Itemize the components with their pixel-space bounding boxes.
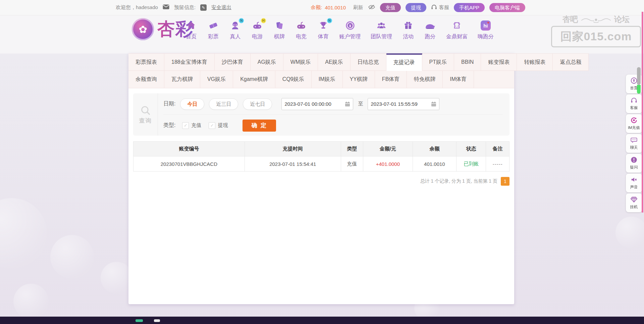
nav-item-account[interactable]: ¥ 账户管理 (339, 19, 361, 40)
sidebar-item-sound[interactable]: 声音 (626, 174, 642, 192)
coin-icon: ¥ (344, 19, 356, 32)
cell-c-id: 20230701VBBGHJCACD (133, 156, 245, 172)
tab-FB体育[interactable]: FB体育 (375, 71, 407, 88)
decor-ball (50, 235, 94, 279)
question-icon (630, 156, 638, 164)
tab-PT娱乐[interactable]: PT娱乐 (422, 53, 454, 71)
nav-item-egames[interactable]: H 电游 (251, 19, 263, 40)
pagination: 总计 1 个记录, 分为 1 页, 当前第 1 页 1 (420, 177, 509, 186)
edit-icon[interactable]: ✎ (200, 4, 207, 11)
sidebar-item-service[interactable]: 客服 (626, 94, 642, 113)
tab-返点总额[interactable]: 返点总额 (553, 53, 589, 71)
reserved-info-label: 预留信息: (174, 4, 196, 11)
tabs-row-2: 余额查询瓦力棋牌VG娱乐Kgame棋牌CQ9娱乐IM娱乐YY棋牌FB体育特免棋牌… (128, 71, 514, 88)
calendar-icon (431, 101, 436, 107)
refresh-link[interactable]: 刷新 (353, 4, 363, 11)
tab-账变报表[interactable]: 账变报表 (481, 53, 517, 71)
type-checkbox-提现[interactable]: ✓提现 (209, 122, 228, 129)
checkbox-icon[interactable]: ✓ (209, 122, 215, 129)
service-link[interactable]: 客服 (439, 4, 449, 11)
range-separator: 至 (358, 101, 363, 107)
nav-item-hipaofen[interactable]: hi 嗨跑分 (478, 19, 494, 40)
eye-slash-icon[interactable] (368, 4, 375, 11)
type-checkbox-充值[interactable]: ✓充值 (182, 122, 201, 129)
nav-item-team[interactable]: 团队管理 (371, 19, 392, 40)
tab-Kgame棋牌[interactable]: Kgame棋牌 (233, 71, 275, 88)
withdraw-button[interactable]: 提现 (406, 3, 426, 12)
logout-link[interactable]: 安全退出 (211, 4, 231, 11)
pagination-current-page[interactable]: 1 (501, 177, 509, 186)
home-top-icon (630, 77, 638, 84)
nav-item-sports[interactable]: N 体育 (317, 19, 329, 40)
sidebar-item-question[interactable]: 疑问 (626, 154, 642, 173)
column-header-金额/元: 金额/元 (363, 142, 413, 156)
mobile-app-button[interactable]: 手机APP (454, 3, 485, 12)
sidebar-item-chat[interactable]: 聊天 (626, 134, 642, 153)
cards-icon (273, 19, 285, 32)
date-preset-近七日[interactable]: 近七日 (243, 98, 272, 110)
rhino-icon (424, 19, 436, 32)
tab-瓦力棋牌[interactable]: 瓦力棋牌 (164, 71, 200, 88)
cell-c-time: 2023-07-01 15:54:41 (245, 156, 341, 172)
main-nav: 首页 彩票 N 真人 H 电游 棋牌 电竞 N (185, 19, 494, 40)
tab-WM娱乐[interactable]: WM娱乐 (283, 53, 318, 71)
chat-icon (630, 136, 638, 144)
badge-n: N (327, 18, 332, 23)
nav-item-cards[interactable]: 棋牌 (273, 19, 285, 40)
type-option-label: 充值 (191, 122, 201, 129)
trophy-icon: N (317, 19, 329, 32)
watermark: 杏吧 论坛 回家015.com (551, 14, 641, 47)
hi-app-icon: hi (480, 19, 492, 32)
tab-VG娱乐[interactable]: VG娱乐 (200, 71, 233, 88)
tab-BBIN[interactable]: BBIN (454, 53, 481, 71)
pc-client-button[interactable]: 电脑客户端 (489, 3, 525, 12)
type-option-label: 提现 (218, 122, 228, 129)
filter-panel: 查询 日期: 今日近三日近七日 2023-07-01 00:00:00 至 20… (133, 93, 509, 136)
team-icon (375, 19, 387, 32)
submit-button[interactable]: 确 定 (243, 120, 276, 132)
nav-item-home[interactable]: 首页 (185, 19, 197, 40)
mail-icon[interactable] (163, 4, 169, 11)
tab-CQ9娱乐[interactable]: CQ9娱乐 (275, 71, 312, 88)
table-row: 20230701VBBGHJCACD2023-07-01 15:54:41充值+… (133, 156, 509, 172)
tab-沙巴体育[interactable]: 沙巴体育 (215, 53, 251, 71)
tab-日结总览[interactable]: 日结总览 (351, 53, 386, 71)
topbar: 欢迎您，hadesado 预留信息: ✎ 安全退出 余额: 401.0010 刷… (0, 0, 644, 15)
balance-value: 401.0010 (325, 5, 346, 10)
date-preset-近三日[interactable]: 近三日 (209, 98, 238, 110)
nav-item-esports[interactable]: 电竞 (295, 19, 307, 40)
decor-ball (615, 217, 644, 248)
nav-item-jinding[interactable]: 金鼎财富 (446, 19, 468, 40)
column-header-类型: 类型 (341, 142, 363, 156)
tab-IM体育[interactable]: IM体育 (443, 71, 474, 88)
quick-sidebar: 首页 客服 IM充值 聊天 疑问 声音 挂机 (626, 75, 642, 212)
tab-充提记录[interactable]: 充提记录 (386, 53, 422, 71)
date-presets: 今日近三日近七日 (180, 98, 272, 110)
nav-item-live[interactable]: N 真人 (229, 19, 241, 40)
badge-n: N (239, 18, 244, 23)
logo-badge-icon: ✿ (132, 18, 154, 40)
tab-特免棋牌[interactable]: 特免棋牌 (407, 71, 443, 88)
tab-转账报表[interactable]: 转账报表 (517, 53, 553, 71)
date-preset-今日[interactable]: 今日 (180, 98, 204, 110)
nav-item-promo[interactable]: 活动 (402, 19, 414, 40)
tab-IM娱乐[interactable]: IM娱乐 (312, 71, 343, 88)
nav-item-lottery[interactable]: 彩票 (207, 19, 219, 40)
deposit-button[interactable]: 充值 (380, 3, 401, 12)
cell-c-balance: 401.0010 (413, 156, 456, 172)
sidebar-item-im-recharge[interactable]: IM充值 (626, 114, 642, 133)
tab-AE娱乐[interactable]: AE娱乐 (318, 53, 350, 71)
date-to-input[interactable]: 2023-07-01 15:55:59 (368, 98, 439, 110)
tab-YY棋牌[interactable]: YY棋牌 (343, 71, 375, 88)
tab-余额查询[interactable]: 余额查询 (128, 71, 164, 88)
site-logo[interactable]: ✿ 杏彩 (132, 17, 194, 41)
tab-彩票报表[interactable]: 彩票报表 (128, 53, 164, 71)
sidebar-item-afk[interactable]: 挂机 (626, 193, 642, 212)
tab-AG娱乐[interactable]: AG娱乐 (251, 53, 283, 71)
date-from-input[interactable]: 2023-07-01 00:00:00 (281, 98, 353, 110)
tab-188金宝博体育[interactable]: 188金宝博体育 (164, 53, 215, 71)
scrollbar-thumb[interactable] (637, 67, 641, 85)
checkbox-icon[interactable]: ✓ (182, 122, 189, 129)
diamond-icon (630, 196, 638, 203)
nav-item-paofen[interactable]: 跑分 (424, 19, 436, 40)
